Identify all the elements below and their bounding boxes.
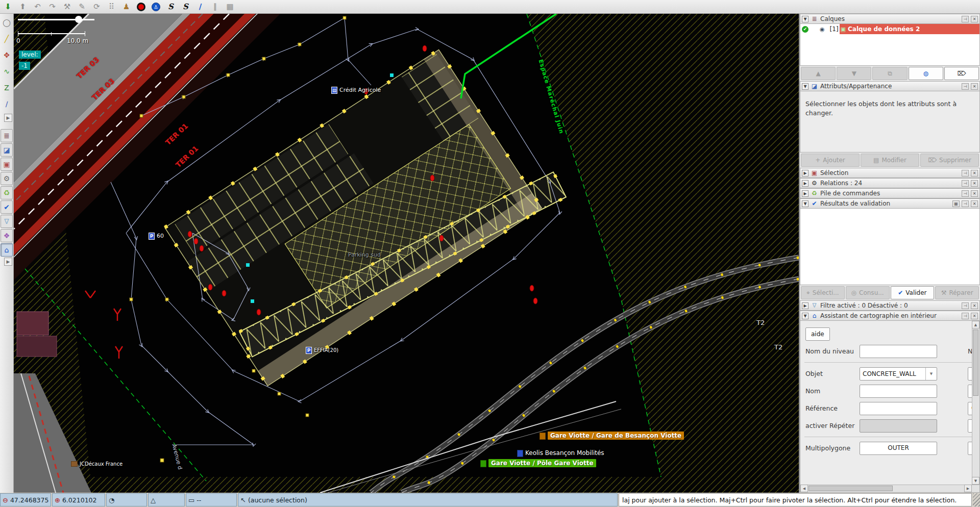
tools-icon[interactable]: ⚒	[61, 1, 73, 13]
building-grid-icon[interactable]: ▦	[224, 1, 236, 13]
level-name-input[interactable]	[860, 345, 937, 358]
zoom-slider-track[interactable]	[18, 19, 94, 20]
pin-icon[interactable]: ⊣	[962, 16, 969, 22]
validate-button[interactable]: ✔Valider	[891, 286, 935, 299]
pin-icon[interactable]: ⊣	[962, 83, 969, 90]
indoor-helper-toggle[interactable]: ⌂	[1, 243, 13, 257]
pin-icon[interactable]: ⊣	[962, 200, 969, 207]
map-canvas[interactable]	[14, 14, 799, 493]
help-button[interactable]: aide	[805, 327, 830, 341]
segment-preset-icon[interactable]: ∕	[194, 1, 206, 13]
toolbar-expand-icon[interactable]: ▶	[4, 114, 12, 122]
collapse-icon[interactable]: ▼	[802, 83, 808, 90]
follow-line-tool-icon[interactable]: Z	[1, 81, 13, 94]
stop-sign-icon[interactable]	[135, 1, 147, 13]
relations-panel-header[interactable]: ▶ ⚙ Relations : 24 ⊣ ✕	[800, 178, 980, 188]
layer-delete-button[interactable]: ⌦	[944, 67, 979, 80]
multipolygon-input[interactable]: OUTER	[860, 442, 937, 455]
chevron-down-icon[interactable]: ▼	[925, 368, 937, 380]
selection-field: ↖ (aucune sélection)	[238, 493, 618, 506]
filter-dialog-toggle[interactable]: ∇	[1, 215, 13, 228]
delete-tag-button[interactable]: ⌦Supprimer	[920, 154, 979, 167]
layer-name[interactable]: Calque de données 2	[848, 26, 920, 33]
download-icon[interactable]: ⬇	[2, 1, 14, 13]
relations-icon: ⚙	[811, 180, 818, 187]
collapse-icon[interactable]: ▼	[802, 313, 808, 319]
close-icon[interactable]: ✕	[971, 180, 978, 187]
layer-up-button[interactable]: ▲	[801, 67, 836, 80]
close-icon[interactable]: ✕	[971, 83, 978, 90]
pin-icon[interactable]: ⊣	[962, 170, 969, 176]
pedestrian-crossing-icon[interactable]: ♙	[150, 1, 162, 13]
scroll-up-icon[interactable]: ▲	[972, 321, 979, 328]
improve-accuracy-tool-icon[interactable]: ∿	[1, 65, 13, 78]
redo-icon[interactable]: ↷	[46, 1, 58, 13]
scroll-left-icon[interactable]: ◀	[800, 485, 808, 492]
add-tag-button[interactable]: +Ajouter	[801, 154, 860, 167]
undo-icon[interactable]: ↶	[32, 1, 43, 13]
command-stack-panel-header[interactable]: ▶ ♻ Pile de commandes ⊣ ✕	[800, 188, 980, 198]
validation-options-button[interactable]: ▦	[952, 200, 960, 207]
close-icon[interactable]: ✕	[971, 170, 978, 176]
expand-icon[interactable]: ▶	[802, 302, 808, 309]
layer-opacity-button[interactable]: ◍	[909, 67, 943, 80]
pin-icon[interactable]: ⊣	[962, 190, 969, 197]
toolbar-expand2-icon[interactable]: ▶	[4, 258, 12, 266]
close-icon[interactable]: ✕	[971, 313, 978, 319]
collapse-icon[interactable]: ▼	[802, 16, 808, 22]
upload-icon[interactable]: ⬆	[17, 1, 29, 13]
map-view[interactable]: 0 10.0 m level: -1 TER 03 TER 03 TER 01 …	[14, 14, 799, 493]
pin-icon[interactable]: ⊣	[962, 313, 969, 319]
angle-way-tool-icon[interactable]: ∕	[1, 97, 13, 111]
command-stack-dialog-toggle[interactable]: ♻	[1, 186, 13, 199]
map-styles-dialog-toggle[interactable]: ❖	[1, 229, 13, 242]
horizontal-scrollbar[interactable]: ◀ ▶	[800, 485, 979, 492]
fix-button[interactable]: ⚒Réparer	[935, 286, 979, 299]
pin-icon[interactable]: ⊣	[962, 302, 969, 309]
filter-panel-header[interactable]: ▶ ∇ Filtre activé : 0 Désactivé : 0 ⊣ ✕	[800, 300, 980, 311]
sync-icon[interactable]: ⟳	[91, 1, 103, 13]
relations-dialog-toggle[interactable]: ⚙	[1, 172, 13, 185]
monument-preset-icon[interactable]: ♟	[120, 1, 132, 13]
pillars-preset-icon[interactable]: ∥	[209, 1, 221, 13]
draw-way-tool-icon[interactable]: ╱	[1, 32, 13, 45]
name-input[interactable]	[860, 385, 937, 398]
selection-panel-header[interactable]: ▶ ▣ Sélection ⊣ ✕	[800, 168, 980, 178]
close-icon[interactable]: ✕	[971, 200, 978, 207]
close-icon[interactable]: ✕	[971, 190, 978, 197]
route-s2-icon[interactable]: S	[180, 1, 191, 13]
collapse-icon[interactable]: ▼	[802, 200, 808, 207]
validation-select-button[interactable]: ⌖Sélecti...	[801, 286, 845, 299]
expand-icon[interactable]: ▶	[802, 190, 808, 197]
edit-properties-icon[interactable]: ✎	[76, 1, 88, 13]
scroll-down-icon[interactable]: ▼	[972, 477, 979, 485]
route-s1-icon[interactable]: S	[165, 1, 177, 13]
expand-icon[interactable]: ▶	[802, 180, 808, 187]
layer-visibility-icon[interactable]: ◉	[820, 26, 825, 33]
validation-dialog-toggle[interactable]: ✔	[1, 200, 13, 214]
reference-input[interactable]	[860, 402, 937, 415]
bus-platform-icon	[480, 460, 486, 467]
layer-active-icon[interactable]: ✔	[802, 26, 808, 33]
tags-dialog-toggle[interactable]: ◪	[1, 143, 13, 157]
expand-icon[interactable]: ▶	[802, 170, 808, 176]
layer-row[interactable]: ✔ ◉ [1] ▣ Calque de données 2	[800, 24, 979, 34]
validation-lookup-button[interactable]: ◎Consu...	[846, 286, 890, 299]
scroll-right-icon[interactable]: ▶	[964, 485, 972, 492]
select-tool-icon[interactable]: ◯	[1, 16, 13, 29]
close-icon[interactable]: ✕	[971, 302, 978, 309]
layers-dialog-toggle[interactable]: ≣	[1, 129, 13, 142]
selection-dialog-toggle[interactable]: ▣	[1, 158, 13, 171]
resize-grip[interactable]	[973, 493, 980, 506]
close-icon[interactable]: ✕	[971, 16, 978, 22]
move-node-tool-icon[interactable]: ✥	[1, 48, 13, 62]
pin-icon[interactable]: ⊣	[962, 180, 969, 187]
vertical-scrollbar[interactable]: ▲ ▼	[972, 321, 979, 485]
object-select[interactable]: CONCRETE_WALL ▼	[860, 367, 937, 381]
layer-merge-button[interactable]: ⧉	[872, 67, 907, 80]
tiles-icon[interactable]: ⠿	[106, 1, 117, 13]
layer-down-button[interactable]: ▼	[837, 67, 871, 80]
modify-tag-button[interactable]: ▤Modifier	[861, 154, 919, 167]
validation-results-list[interactable]	[800, 209, 980, 285]
zoom-slider-knob[interactable]	[75, 16, 82, 23]
